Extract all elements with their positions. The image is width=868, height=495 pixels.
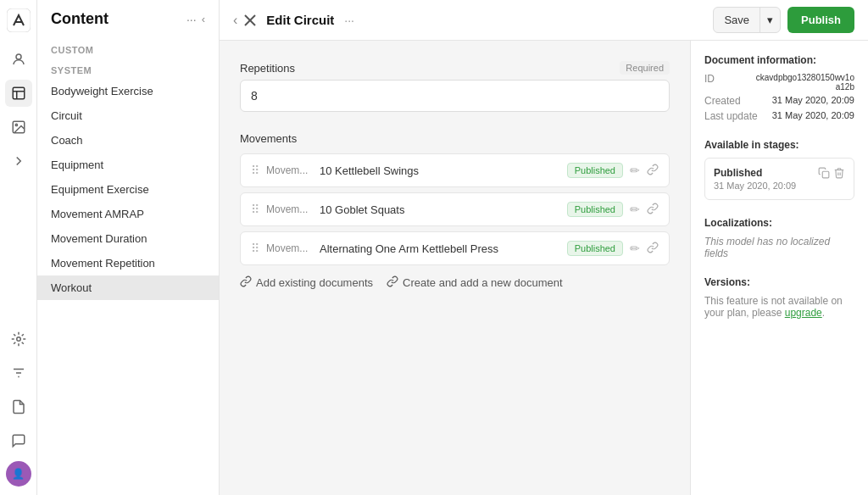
nav-icon-content[interactable] — [5, 80, 32, 107]
stage-actions — [818, 167, 845, 181]
nav-icon-arrow[interactable] — [5, 147, 32, 175]
nav-header: Content ··· ‹ — [37, 10, 219, 38]
sidebar-item-movement-amrap[interactable]: Movement AMRAP — [37, 202, 219, 226]
movements-label: Movements — [240, 132, 670, 145]
edit-movement-1-button[interactable]: ✏ — [630, 203, 640, 216]
icon-sidebar: 👤 — [0, 0, 37, 495]
user-avatar[interactable]: 👤 — [6, 461, 31, 487]
nav-icon-settings-api[interactable] — [5, 325, 32, 353]
status-badge-1: Published — [567, 202, 623, 217]
save-dropdown-arrow[interactable]: ▾ — [760, 8, 780, 32]
repetitions-label: Repetitions — [240, 62, 295, 75]
stage-copy-button[interactable] — [818, 167, 830, 181]
movement-name-2: Alternating One Arm Kettlebell Press — [320, 242, 560, 255]
create-new-icon — [387, 275, 398, 290]
status-badge-2: Published — [567, 241, 623, 256]
doc-created-val: 31 May 2020, 20:09 — [772, 95, 854, 107]
stage-info: Published 31 May 2020, 20:09 — [714, 167, 796, 191]
content-wrapper: Repetitions Required Movements ⠿ Movem..… — [220, 41, 868, 495]
nav-header-actions: ··· ‹ — [186, 13, 205, 26]
movement-id-2: Movem... — [266, 242, 313, 254]
add-existing-label: Add existing documents — [256, 276, 373, 289]
stage-box: Published 31 May 2020, 20:09 — [704, 158, 854, 200]
svg-rect-11 — [822, 171, 829, 178]
movement-row: ⠿ Movem... 10 Kettlebell Swings Publishe… — [240, 153, 670, 187]
status-badge-0: Published — [567, 163, 623, 178]
add-existing-icon — [240, 275, 252, 290]
right-panel: Document information: ID ckavdpbgo132801… — [690, 41, 868, 495]
sidebar-item-movement-repetition[interactable]: Movement Repetition — [37, 251, 219, 275]
back-button[interactable]: ‹ — [233, 13, 237, 28]
save-button[interactable]: Save ▾ — [713, 7, 781, 33]
doc-created-key: Created — [704, 95, 741, 107]
save-button-label: Save — [714, 8, 760, 32]
svg-point-5 — [16, 337, 20, 342]
unlink-movement-2-button[interactable] — [647, 242, 659, 256]
stage-delete-button[interactable] — [833, 167, 845, 181]
versions-text-content: This feature is not available on your pl… — [704, 295, 843, 319]
svg-rect-2 — [13, 87, 25, 99]
nav-icon-chat[interactable] — [5, 427, 32, 454]
movement-actions: Add existing documents Create and add a … — [240, 275, 670, 290]
sidebar-item-movement-duration[interactable]: Movement Duration — [37, 226, 219, 251]
stages-title: Available in stages: — [704, 139, 854, 151]
sidebar-item-circuit[interactable]: Circuit — [37, 103, 219, 128]
topbar-more-button[interactable]: ··· — [344, 14, 354, 27]
sidebar-item-coach[interactable]: Coach — [37, 128, 219, 153]
edit-movement-2-button[interactable]: ✏ — [630, 242, 640, 255]
required-badge: Required — [620, 61, 670, 75]
drag-handle-icon[interactable]: ⠿ — [251, 203, 259, 216]
upgrade-link[interactable]: upgrade — [785, 307, 822, 319]
nav-icon-media[interactable] — [5, 114, 32, 141]
sidebar-item-workout[interactable]: Workout — [37, 275, 219, 300]
doc-id-val: ckavdpbgo13280150wv1oa12b — [753, 73, 854, 92]
page-title: Edit Circuit — [266, 13, 334, 27]
add-existing-button[interactable]: Add existing documents — [240, 275, 373, 290]
unlink-movement-0-button[interactable] — [647, 164, 659, 178]
main-area: ‹ Edit Circuit ··· Save ▾ Publish Repeti… — [220, 0, 868, 495]
create-new-button[interactable]: Create and add a new document — [387, 275, 563, 290]
sidebar-item-equipment-exercise[interactable]: Equipment Exercise — [37, 177, 219, 202]
nav-icon-filter[interactable] — [5, 359, 32, 387]
create-new-label: Create and add a new document — [403, 276, 563, 289]
doc-updated-row: Last update 31 May 2020, 20:09 — [704, 110, 854, 122]
stage-status: Published — [714, 167, 796, 179]
doc-id-key: ID — [704, 73, 715, 92]
movement-row: ⠿ Movem... 10 Goblet Squats Published ✏ — [240, 192, 670, 226]
sidebar-item-equipment[interactable]: Equipment — [37, 153, 219, 177]
versions-section: Versions: This feature is not available … — [704, 276, 854, 319]
movement-id-1: Movem... — [266, 203, 313, 215]
versions-text: This feature is not available on your pl… — [704, 295, 854, 319]
edit-movement-0-button[interactable]: ✏ — [630, 164, 640, 177]
nav-collapse-button[interactable]: ‹ — [202, 13, 205, 25]
unlink-movement-1-button[interactable] — [647, 203, 659, 217]
repetitions-input[interactable] — [240, 80, 670, 112]
topbar: ‹ Edit Circuit ··· Save ▾ Publish — [220, 0, 868, 41]
system-section-label: System — [37, 58, 219, 79]
doc-id-row: ID ckavdpbgo13280150wv1oa12b — [704, 73, 854, 92]
sidebar-item-bodyweight-exercise[interactable]: Bodyweight Exercise — [37, 79, 219, 103]
localization-text: This model has no localized fields — [704, 236, 854, 259]
nav-sidebar: Content ··· ‹ Custom System Bodyweight E… — [37, 0, 220, 495]
doc-created-row: Created 31 May 2020, 20:09 — [704, 95, 854, 107]
localizations-section: Localizations: This model has no localiz… — [704, 217, 854, 259]
edit-area: Repetitions Required Movements ⠿ Movem..… — [220, 41, 690, 495]
close-button[interactable] — [244, 14, 256, 26]
nav-icon-docs[interactable] — [5, 393, 32, 420]
nav-dots-button[interactable]: ··· — [186, 13, 197, 26]
movement-row: ⠿ Movem... Alternating One Arm Kettlebel… — [240, 231, 670, 265]
doc-info-title: Document information: — [704, 54, 854, 66]
movement-id-0: Movem... — [266, 164, 313, 176]
localizations-title: Localizations: — [704, 217, 854, 229]
svg-point-4 — [15, 124, 17, 125]
nav-icon-person[interactable] — [5, 46, 32, 73]
publish-button[interactable]: Publish — [787, 7, 854, 33]
doc-updated-key: Last update — [704, 110, 758, 122]
movement-name-1: 10 Goblet Squats — [320, 203, 560, 216]
repetitions-field-block: Repetitions Required — [240, 61, 670, 112]
drag-handle-icon[interactable]: ⠿ — [251, 242, 259, 255]
movement-name-0: 10 Kettlebell Swings — [320, 164, 560, 177]
field-header: Repetitions Required — [240, 61, 670, 75]
drag-handle-icon[interactable]: ⠿ — [251, 164, 259, 177]
doc-info-section: Document information: ID ckavdpbgo132801… — [704, 54, 854, 122]
